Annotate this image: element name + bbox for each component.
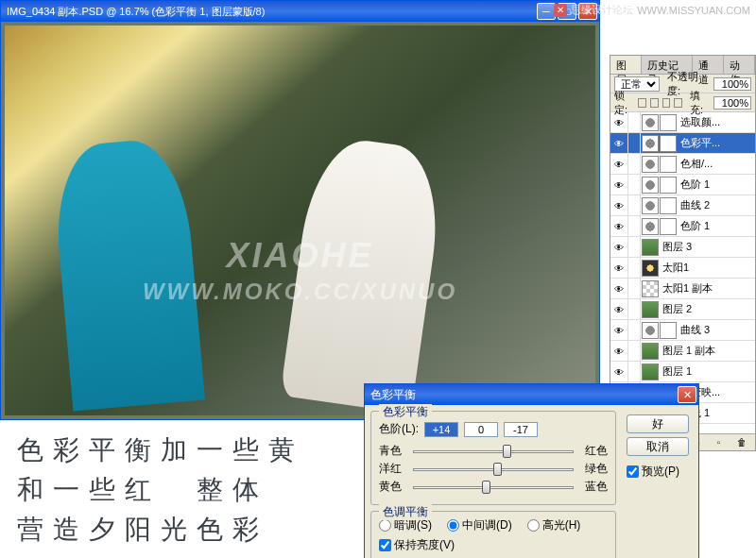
link-cell[interactable] <box>627 195 641 215</box>
visibility-icon[interactable] <box>610 221 627 232</box>
layer-row[interactable]: 图层 2 <box>610 299 755 320</box>
layer-name: 太阳1 <box>660 261 755 275</box>
mask-thumb <box>660 177 677 194</box>
levels-label: 色阶(L): <box>379 421 419 437</box>
link-cell[interactable] <box>627 362 641 381</box>
link-cell[interactable] <box>627 320 641 340</box>
layer-row[interactable]: 色彩平... <box>610 133 755 154</box>
preserve-luminosity-checkbox[interactable]: 保持亮度(V) <box>379 537 608 553</box>
layer-row[interactable]: 图层 1 <box>610 362 755 382</box>
layer-name: 选取颜... <box>678 115 755 129</box>
visibility-icon[interactable] <box>610 262 627 274</box>
link-cell[interactable] <box>627 279 641 298</box>
mask-thumb <box>660 156 677 173</box>
layer-name: 图层 3 <box>660 240 755 254</box>
layer-row[interactable]: 曲线 3 <box>610 320 755 341</box>
new-layer-icon[interactable]: ▫ <box>717 437 721 448</box>
visibility-icon[interactable] <box>610 366 627 378</box>
document-canvas[interactable]: XIAOHE WWW.MOKO.CC/XUNUO <box>1 22 599 419</box>
layer-thumb <box>642 135 659 152</box>
layer-name: 曲线 3 <box>678 323 755 337</box>
fill-input[interactable] <box>713 96 751 110</box>
visibility-icon[interactable] <box>610 200 627 211</box>
color-balance-dialog: 色彩平衡 ✕ 好 取消 预览(P) 色彩平衡 色阶(L): 青色红色洋红绿色黄色… <box>364 383 699 558</box>
level-cyan-red-input[interactable] <box>424 422 458 437</box>
layer-thumb <box>642 343 659 360</box>
mask-thumb <box>660 114 677 131</box>
dialog-close-button[interactable]: ✕ <box>678 386 696 403</box>
layer-name: 图层 1 <box>660 364 755 379</box>
lock-all-icon[interactable] <box>674 98 682 108</box>
layer-row[interactable]: 色相/... <box>610 154 755 175</box>
layer-thumb <box>642 218 659 235</box>
layer-row[interactable]: 太阳1 <box>610 258 755 279</box>
mask-thumb <box>660 135 677 152</box>
layer-thumb <box>642 114 659 131</box>
visibility-icon[interactable] <box>610 346 627 357</box>
link-cell[interactable] <box>627 299 641 319</box>
link-cell[interactable] <box>627 154 641 174</box>
layer-thumb <box>642 301 659 318</box>
image-watermark-2: WWW.MOKO.CC/XUNUO <box>143 279 457 305</box>
visibility-icon[interactable] <box>610 242 627 253</box>
visibility-icon[interactable] <box>610 138 627 149</box>
lock-move-icon[interactable] <box>662 98 671 108</box>
visibility-icon[interactable] <box>610 283 627 295</box>
image-content: XIAOHE WWW.MOKO.CC/XUNUO <box>5 25 595 415</box>
link-cell[interactable] <box>627 216 641 236</box>
cancel-button[interactable]: 取消 <box>627 437 689 456</box>
tone-midtones-radio[interactable]: 中间调(D) <box>447 517 512 533</box>
link-cell[interactable] <box>627 341 641 361</box>
slider-right-label: 绿色 <box>579 461 608 477</box>
dialog-titlebar[interactable]: 色彩平衡 ✕ <box>365 384 698 405</box>
layer-row[interactable]: 太阳1 副本 <box>610 279 755 299</box>
layer-row[interactable]: 色阶 1 <box>610 216 755 237</box>
layer-name: 色相/... <box>678 157 755 171</box>
visibility-icon[interactable] <box>610 159 627 170</box>
lock-paint-icon[interactable] <box>650 98 659 108</box>
ok-button[interactable]: 好 <box>627 414 689 433</box>
mask-thumb <box>660 218 677 235</box>
delete-layer-icon[interactable]: 🗑 <box>737 437 747 448</box>
link-cell[interactable] <box>627 237 641 257</box>
slider-left-label: 洋红 <box>379 461 407 477</box>
layer-thumb <box>642 177 659 194</box>
link-cell[interactable] <box>627 175 641 194</box>
opacity-input[interactable] <box>713 77 751 91</box>
minimize-button[interactable]: ─ <box>537 3 556 20</box>
layer-row[interactable]: 图层 3 <box>610 237 755 258</box>
layer-name: 色彩平... <box>678 136 755 150</box>
layer-name: 色阶 1 <box>678 219 755 233</box>
preview-checkbox[interactable]: 预览(P) <box>627 464 689 480</box>
level-magenta-green-input[interactable] <box>464 422 498 437</box>
layer-thumb <box>642 260 659 277</box>
layer-row[interactable]: 色阶 1 <box>610 175 755 195</box>
color-slider[interactable] <box>413 480 574 495</box>
color-slider[interactable] <box>413 462 574 477</box>
document-titlebar[interactable]: IMG_0434 副本.PSD @ 16.7% (色彩平衡 1, 图层蒙版/8)… <box>1 1 599 22</box>
layer-row[interactable]: 图层 1 副本 <box>610 341 755 362</box>
tutorial-caption: 色彩平衡加一些黄 和一些红 整体 营造夕阳光色彩 <box>17 431 304 550</box>
group-color-balance-label: 色彩平衡 <box>379 404 432 420</box>
level-yellow-blue-input[interactable] <box>504 422 538 437</box>
layer-row[interactable]: 曲线 2 <box>610 195 755 216</box>
tab-layers[interactable]: 图层 <box>610 56 642 74</box>
visibility-icon[interactable] <box>610 117 627 128</box>
slider-right-label: 红色 <box>579 443 608 459</box>
tab-actions[interactable]: 动作 <box>724 56 755 74</box>
fill-label: 填充: <box>690 89 710 117</box>
link-cell[interactable] <box>627 133 641 153</box>
mask-thumb <box>660 322 677 339</box>
link-cell[interactable] <box>627 258 641 278</box>
visibility-icon[interactable] <box>610 304 627 315</box>
visibility-icon[interactable] <box>610 179 627 191</box>
color-slider[interactable] <box>413 444 574 459</box>
visibility-icon[interactable] <box>610 325 627 336</box>
link-cell[interactable] <box>627 112 641 132</box>
layer-name: 太阳1 副本 <box>660 281 755 296</box>
caption-line: 和一些红 整体 <box>17 470 304 510</box>
lock-transparent-icon[interactable] <box>638 98 646 108</box>
layer-row[interactable]: 选取颜... <box>610 112 755 133</box>
tone-highlights-radio[interactable]: 高光(H) <box>527 517 581 533</box>
caption-line: 色彩平衡加一些黄 <box>17 431 304 470</box>
